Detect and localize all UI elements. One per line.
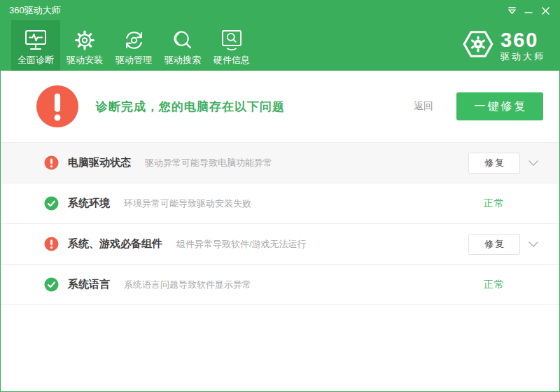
nav-item-label: 驱动管理 <box>115 54 152 66</box>
diagnosis-title: 诊断完成，您的电脑存在以下问题 <box>96 99 285 115</box>
close-icon[interactable] <box>537 3 554 18</box>
nav-item-full-diagnosis[interactable]: 全面诊断 <box>11 20 60 71</box>
issue-desc: 环境异常可能导致驱动安装失败 <box>124 197 251 210</box>
status-normal-label: 正常 <box>468 279 520 291</box>
diagnosis-header: 诊断完成，您的电脑存在以下问题 返回 一键修复 <box>1 71 559 142</box>
fix-button[interactable]: 修复 <box>468 234 520 255</box>
window-title: 360驱动大师 <box>9 4 61 17</box>
app-window: 360驱动大师 <box>0 0 560 392</box>
nav-item-label: 全面诊断 <box>18 54 54 66</box>
nav-item-label: 驱动安装 <box>66 54 103 66</box>
content-area: 诊断完成，您的电脑存在以下问题 返回 一键修复 电脑驱动状态 驱动异常可能导致电… <box>1 71 559 391</box>
check-badge-icon <box>44 277 59 292</box>
back-link[interactable]: 返回 <box>414 100 433 113</box>
monitor-pulse-icon <box>23 27 48 52</box>
issue-actions: 修复 <box>468 234 538 255</box>
nav-item-driver-manage[interactable]: 驱动管理 <box>109 20 158 71</box>
issue-name: 系统环境 <box>68 197 110 210</box>
check-badge-icon <box>44 196 59 211</box>
nav-item-driver-search[interactable]: 驱动搜索 <box>158 20 207 71</box>
fix-button[interactable]: 修复 <box>468 153 520 174</box>
monitor-magnifier-icon <box>219 27 244 52</box>
fix-all-button[interactable]: 一键修复 <box>456 92 543 120</box>
chevron-slot-empty <box>520 193 538 214</box>
issue-actions: 修复 <box>468 153 538 174</box>
collapse-icon[interactable] <box>503 3 520 18</box>
issue-actions: 正常 <box>468 274 538 295</box>
issue-desc: 系统语言问题导致软件显示异常 <box>124 279 251 291</box>
nav-item-label: 驱动搜索 <box>164 54 201 66</box>
issue-name: 系统语言 <box>68 278 110 291</box>
window-controls <box>503 3 554 18</box>
logo-product: 驱动大师 <box>500 52 545 61</box>
issue-desc: 驱动异常可能导致电脑功能异常 <box>145 157 272 169</box>
issue-row-system-environment: 系统环境 环境异常可能导致驱动安装失败 正常 <box>1 183 559 224</box>
chevron-down-icon[interactable] <box>520 153 538 174</box>
logo-brand: 360 <box>500 30 545 50</box>
nav-item-label: 硬件信息 <box>214 54 250 66</box>
error-badge-icon <box>44 237 59 251</box>
status-normal-label: 正常 <box>468 197 520 210</box>
issue-actions: 正常 <box>468 193 538 214</box>
logo-text: 360 驱动大师 <box>500 30 545 61</box>
chevron-down-icon[interactable] <box>520 234 538 255</box>
exclamation-circle-icon <box>36 85 79 128</box>
titlebar: 360驱动大师 <box>1 1 559 20</box>
gear-icon <box>73 27 97 52</box>
refresh-arrows-icon <box>122 27 146 52</box>
issue-row-game-components: 系统、游戏必备组件 组件异常导致软件/游戏无法运行 修复 <box>1 224 559 265</box>
nav-item-driver-install[interactable]: 驱动安装 <box>60 20 109 71</box>
issue-name: 系统、游戏必备组件 <box>68 237 162 251</box>
issue-desc: 组件异常导致软件/游戏无法运行 <box>176 238 307 251</box>
hexagon-gear-icon <box>462 28 494 63</box>
nav-item-hardware-info[interactable]: 硬件信息 <box>207 20 256 71</box>
minimize-icon[interactable] <box>520 3 537 18</box>
issue-name: 电脑驱动状态 <box>68 156 131 169</box>
issue-row-driver-status: 电脑驱动状态 驱动异常可能导致电脑功能异常 修复 <box>1 143 559 183</box>
main-nav: 全面诊断 <box>1 20 559 71</box>
issue-list: 电脑驱动状态 驱动异常可能导致电脑功能异常 修复 <box>1 142 559 305</box>
issue-row-system-language: 系统语言 系统语言问题导致软件显示异常 正常 <box>1 265 559 305</box>
magnifier-icon <box>171 27 195 52</box>
brand-logo: 360 驱动大师 <box>462 20 545 71</box>
error-badge-icon <box>44 155 59 170</box>
chevron-slot-empty <box>520 274 538 295</box>
